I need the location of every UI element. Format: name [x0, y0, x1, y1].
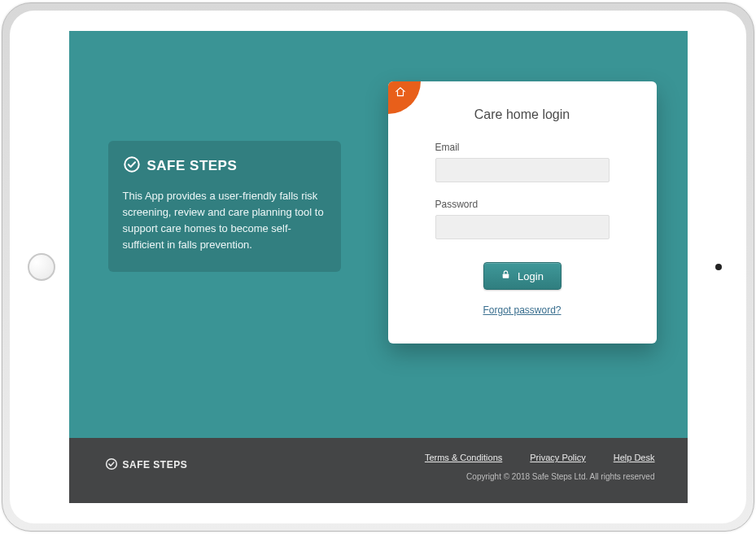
svg-point-2	[106, 459, 116, 470]
password-field[interactable]	[435, 215, 610, 239]
privacy-link[interactable]: Privacy Policy	[530, 453, 585, 462]
check-shield-icon	[105, 457, 118, 472]
footer-brand-logo: SAFE STEPS	[105, 457, 188, 472]
copyright-text: Copyright © 2018 Safe Steps Ltd. All rig…	[466, 472, 654, 481]
app-screen: SAFE STEPS This App provides a user-frie…	[69, 31, 688, 503]
help-desk-link[interactable]: Help Desk	[614, 453, 655, 462]
tablet-frame: SAFE STEPS This App provides a user-frie…	[2, 2, 754, 532]
lock-icon	[500, 269, 511, 282]
content-area: SAFE STEPS This App provides a user-frie…	[69, 31, 688, 438]
svg-rect-1	[503, 274, 509, 278]
brand-logo: SAFE STEPS	[123, 155, 326, 177]
login-button-label: Login	[518, 270, 544, 282]
login-title: Care home login	[388, 81, 657, 122]
tablet-camera	[715, 264, 722, 270]
forgot-password-link[interactable]: Forgot password?	[435, 304, 610, 316]
login-card: Care home login Email Password	[388, 81, 657, 344]
check-shield-icon	[123, 155, 141, 177]
footer-brand-name: SAFE STEPS	[123, 459, 188, 471]
email-field[interactable]	[435, 158, 610, 182]
login-form: Email Password Login	[388, 122, 657, 316]
footer-links: Terms & Conditions Privacy Policy Help D…	[425, 453, 655, 462]
home-icon	[395, 86, 406, 101]
tablet-home-button[interactable]	[28, 253, 55, 281]
info-card: SAFE STEPS This App provides a user-frie…	[108, 141, 341, 272]
email-label: Email	[435, 142, 610, 153]
brand-name: SAFE STEPS	[147, 158, 238, 174]
terms-link[interactable]: Terms & Conditions	[425, 453, 502, 462]
info-description: This App provides a user-friendly falls …	[123, 188, 326, 254]
svg-point-0	[125, 157, 138, 171]
tablet-bezel: SAFE STEPS This App provides a user-frie…	[10, 11, 746, 523]
login-button[interactable]: Login	[483, 262, 562, 290]
password-label: Password	[435, 199, 610, 210]
footer: SAFE STEPS Terms & Conditions Privacy Po…	[69, 438, 688, 503]
